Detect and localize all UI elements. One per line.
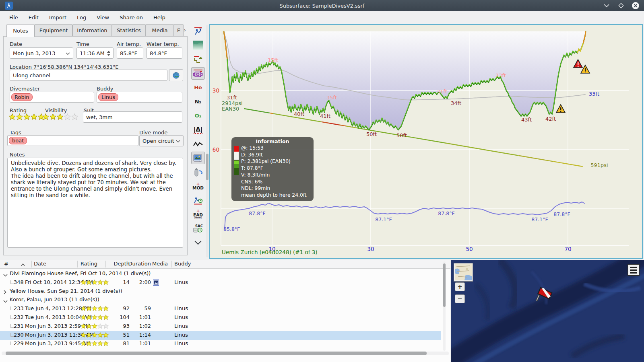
menu-view[interactable]: View: [92, 13, 114, 22]
toolbar-sac-button[interactable]: SAC: [191, 222, 205, 234]
column-header-buddy[interactable]: Buddy: [174, 261, 191, 267]
column-separator[interactable]: [133, 261, 133, 267]
star-icon[interactable]: [9, 113, 16, 122]
location-input[interactable]: Ulong channel: [10, 70, 167, 81]
dive-row[interactable]: 232Tue Jun 4, 2013 10:04 AM1041:01Linus: [0, 313, 441, 322]
menu-log[interactable]: Log: [72, 13, 91, 22]
column-header-date[interactable]: Date: [34, 261, 46, 267]
menu-edit[interactable]: Edit: [24, 13, 43, 22]
info-line: V: 8.3ft/min: [241, 172, 310, 179]
toolbar-pp-nitrogen-button[interactable]: N₂: [191, 95, 205, 108]
toolbar-photos-button[interactable]: [191, 152, 205, 164]
dive-list-horizontal-scrollbar[interactable]: [2, 352, 449, 355]
divemaster-input[interactable]: Robin: [10, 92, 94, 103]
tab-statistics[interactable]: Statistics: [112, 24, 146, 36]
map-menu-button[interactable]: [627, 264, 640, 276]
buddy-tag[interactable]: Linus: [98, 93, 118, 101]
divemaster-tag[interactable]: Robin: [11, 93, 33, 101]
toolbar-scrollbar[interactable]: [206, 25, 208, 257]
column-header-rating[interactable]: Rating: [80, 261, 97, 267]
maximize-button[interactable]: [617, 1, 625, 10]
rating-stars[interactable]: [9, 113, 45, 122]
dive-row[interactable]: 233Tue Jun 4, 2013 12:28 PM9259Linus: [0, 304, 441, 313]
media-icon[interactable]: [153, 280, 159, 287]
dive-site-flag-marker[interactable]: [534, 285, 555, 307]
toolbar-scrollbar-thumb[interactable]: [206, 154, 208, 180]
star-icon[interactable]: [71, 113, 78, 122]
dive-row[interactable]: 231Mon Jun 3, 2013 2:59 PM931:02Linus: [0, 322, 441, 331]
tab-information[interactable]: Information: [72, 24, 112, 36]
dive-list-vertical-scrollbar[interactable]: [443, 261, 446, 351]
menu-import[interactable]: Import: [45, 13, 71, 22]
globe-button[interactable]: [169, 69, 183, 81]
horizontal-scrollbar-thumb[interactable]: [6, 352, 427, 355]
column-separator[interactable]: [153, 261, 153, 267]
close-button[interactable]: [631, 1, 640, 10]
dive-row[interactable]: 230Mon Jun 3, 2013 11:36 AM511:14Linus: [0, 331, 441, 340]
map-zoom-in-button[interactable]: +: [455, 282, 465, 291]
toolbar-shade-water-button[interactable]: [191, 39, 205, 51]
dive-row[interactable]: 229Mon Jun 3, 2013 9:45 AM811:01Linus: [0, 339, 441, 348]
toolbar-pp-oxygen-button[interactable]: O₂: [191, 109, 205, 122]
column-separator[interactable]: [77, 261, 78, 267]
toolbar-tank-bar-button[interactable]: [191, 166, 205, 178]
notes-textarea[interactable]: Unbelievable dive. Dozens and dozens of …: [7, 158, 183, 248]
column-separator[interactable]: [171, 261, 172, 267]
time-spinner[interactable]: 11:36 AM: [76, 47, 114, 59]
toolbar-ead-button[interactable]: +EAD(▪▪▪): [191, 208, 205, 220]
toolbar-dive-events-button[interactable]: [191, 25, 205, 37]
toolbar-calculated-ceiling-button[interactable]: [191, 53, 205, 66]
collapse-icon[interactable]: [3, 272, 8, 278]
tag-boat[interactable]: boat: [9, 137, 27, 144]
toolbar-heart-rate-button[interactable]: [191, 138, 205, 150]
map-panel[interactable]: + −: [451, 260, 644, 362]
dive-list-header[interactable]: #DateRatingDepthDurationMediaBuddy: [0, 260, 450, 269]
tab-media[interactable]: Media: [146, 24, 174, 36]
tab-notes[interactable]: Notes: [6, 24, 35, 37]
toolbar-dc-ceiling-button[interactable]: [191, 67, 205, 80]
star-icon[interactable]: [42, 113, 49, 122]
menu-file[interactable]: File: [5, 13, 23, 22]
toolbar-ndl-tts-button[interactable]: [191, 194, 205, 206]
tab-equipment[interactable]: Equipment: [35, 24, 72, 36]
vertical-scrollbar-thumb[interactable]: [443, 263, 446, 307]
water-temp-field[interactable]: 84.8°F: [147, 47, 182, 59]
trip-row[interactable]: Yellow House, Sun Sep 21, 2014 (1 dive(s…: [0, 287, 441, 296]
map-zoom-out-button[interactable]: −: [455, 294, 465, 303]
expand-icon[interactable]: [3, 290, 6, 296]
tab-scroll-right[interactable]: ›: [184, 27, 186, 33]
menu-share-on[interactable]: Share on: [115, 13, 147, 22]
toolbar-pp-helium-button[interactable]: He: [191, 81, 205, 94]
star-icon[interactable]: [50, 113, 56, 122]
star-icon[interactable]: [23, 113, 30, 122]
minimap-toggle[interactable]: [454, 263, 473, 281]
star-icon[interactable]: [31, 113, 37, 122]
dive-mode-select[interactable]: Open circuit: [139, 135, 184, 146]
column-separator[interactable]: [31, 261, 32, 267]
trip-row[interactable]: Koror, Palau, Jun 2013 (11 dive(s)): [0, 296, 441, 304]
star-icon[interactable]: [16, 113, 23, 122]
toolbar-mod-button[interactable]: +MOD: [191, 180, 205, 192]
toolbar-scroll-down-button[interactable]: [191, 236, 205, 249]
date-combobox[interactable]: Mon Jun 3, 2013: [10, 47, 73, 59]
spinner-arrows-icon[interactable]: [107, 51, 110, 56]
air-temp-field[interactable]: 85.8°F: [117, 47, 143, 59]
column-header-duration[interactable]: Duration: [128, 261, 151, 267]
column-header-num[interactable]: #: [4, 261, 8, 267]
menu-help[interactable]: Help: [149, 13, 170, 22]
tags-input[interactable]: boat: [7, 135, 138, 146]
collapse-icon[interactable]: [3, 298, 8, 304]
star-icon[interactable]: [64, 113, 71, 122]
trip-row[interactable]: Divi Flamingo House Reef, Fri Oct 10, 20…: [0, 269, 441, 278]
column-separator[interactable]: [105, 261, 106, 267]
suit-input[interactable]: wet, 3mm: [83, 111, 182, 123]
star-icon[interactable]: [57, 113, 64, 122]
buddy-input[interactable]: Linus: [97, 92, 182, 103]
tab-scroll-left[interactable]: ‹: [179, 27, 181, 33]
column-header-depth[interactable]: Depth: [114, 261, 130, 267]
toolbar-ruler-button[interactable]: |Δ|: [191, 123, 205, 136]
visibility-stars[interactable]: [42, 113, 78, 122]
dive-row[interactable]: 348Fri Oct 10, 2014 12:34 PM142:00Linus: [0, 278, 441, 287]
column-header-media[interactable]: Media: [152, 261, 168, 267]
minimize-button[interactable]: [602, 1, 611, 10]
